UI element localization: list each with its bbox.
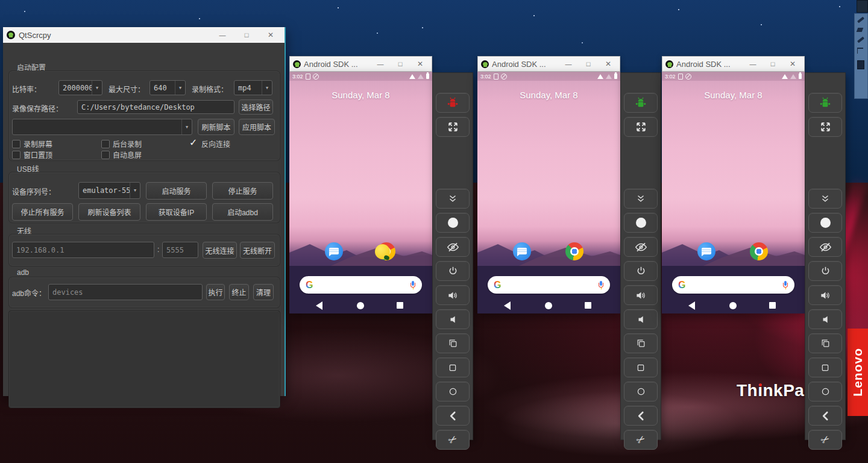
group-control-button[interactable]: [624, 93, 658, 113]
messages-app-icon[interactable]: [513, 242, 531, 260]
marker-icon[interactable]: [857, 37, 864, 43]
record-screen-checkbox[interactable]: 录制屏幕: [12, 139, 52, 149]
max-size-select[interactable]: 640▼: [149, 80, 186, 95]
device-serial-select[interactable]: emulator-5558▼: [78, 182, 140, 199]
google-search-bar[interactable]: G: [488, 276, 610, 294]
microphone-icon[interactable]: [410, 281, 416, 289]
start-service-button[interactable]: 启动服务: [146, 182, 207, 200]
ip-address-input[interactable]: 192.168.0.1: [12, 242, 154, 258]
home-button[interactable]: [436, 382, 470, 402]
microphone-icon[interactable]: [598, 281, 604, 289]
fullscreen-button[interactable]: [436, 117, 470, 137]
power-button[interactable]: [436, 261, 470, 281]
get-device-ip-button[interactable]: 获取设备IP: [146, 203, 207, 221]
minimize-button[interactable]: —: [372, 60, 389, 68]
phone-screen[interactable]: 3:02 Sunday, Mar 8 G: [662, 72, 805, 313]
auto-screen-off-checkbox[interactable]: 自动息屏: [101, 150, 142, 160]
chrome-app-icon[interactable]: [377, 242, 395, 260]
chrome-app-icon[interactable]: [565, 242, 583, 260]
screen-off-button[interactable]: [624, 237, 658, 257]
emulator-titlebar[interactable]: Android SDK ... — □ ✕: [662, 56, 805, 72]
clear-button[interactable]: 清理: [253, 284, 274, 300]
phone-screen[interactable]: 3:02 Sunday, Mar 8 G: [289, 72, 432, 313]
android-home-button[interactable]: [357, 302, 364, 309]
microphone-icon[interactable]: [782, 281, 788, 289]
reverse-connect-checkbox[interactable]: 反向连接: [190, 139, 230, 149]
back-button[interactable]: [624, 406, 658, 426]
maximize-button[interactable]: □: [580, 60, 597, 68]
maximize-button[interactable]: □: [764, 60, 781, 68]
power-button[interactable]: [808, 261, 842, 281]
volume-up-button[interactable]: [436, 285, 470, 305]
app-switch-button[interactable]: [436, 333, 470, 353]
screenshot-button[interactable]: ✂: [624, 430, 658, 450]
maximize-button[interactable]: □: [392, 60, 409, 68]
minimize-button[interactable]: —: [560, 60, 577, 68]
background-record-checkbox[interactable]: 后台录制: [101, 139, 142, 149]
chrome-app-icon[interactable]: [750, 242, 768, 260]
google-search-bar[interactable]: G: [672, 276, 794, 294]
adb-command-input[interactable]: devices: [48, 284, 203, 300]
window-on-top-checkbox[interactable]: 窗口置顶: [12, 150, 52, 160]
android-recents-button[interactable]: [769, 302, 776, 309]
power-button[interactable]: [624, 261, 658, 281]
screen-off-button[interactable]: [808, 237, 842, 257]
close-button[interactable]: ✕: [412, 60, 429, 68]
execute-button[interactable]: 执行: [206, 284, 225, 300]
group-control-button[interactable]: [436, 93, 470, 113]
expand-notifications-button[interactable]: [808, 189, 842, 209]
stop-service-button[interactable]: 停止服务: [212, 182, 273, 200]
color-swatch[interactable]: [857, 60, 864, 69]
group-control-button[interactable]: [808, 93, 842, 113]
touch-button[interactable]: [624, 213, 658, 233]
app-switch-button[interactable]: [808, 333, 842, 353]
phone-screen[interactable]: 3:02 Sunday, Mar 8 G: [477, 72, 620, 313]
fullscreen-button[interactable]: [624, 117, 658, 137]
minimize-button[interactable]: —: [212, 31, 233, 39]
eraser-icon[interactable]: [857, 28, 864, 32]
expand-notifications-button[interactable]: [436, 189, 470, 209]
volume-up-button[interactable]: [624, 285, 658, 305]
menu-button[interactable]: [808, 357, 842, 377]
google-search-bar[interactable]: G: [300, 276, 422, 294]
back-button[interactable]: [436, 406, 470, 426]
fullscreen-button[interactable]: [808, 117, 842, 137]
wireless-disconnect-button[interactable]: 无线断开: [240, 242, 275, 259]
messages-app-icon[interactable]: [697, 242, 715, 260]
back-button[interactable]: [808, 406, 842, 426]
android-back-button[interactable]: [316, 301, 322, 310]
menu-button[interactable]: [624, 357, 658, 377]
maximize-button[interactable]: □: [236, 31, 257, 39]
volume-down-button[interactable]: [808, 309, 842, 329]
touch-button[interactable]: [808, 213, 842, 233]
close-button[interactable]: ✕: [260, 31, 281, 39]
android-recents-button[interactable]: [585, 302, 591, 309]
refresh-device-list-button[interactable]: 刷新设备列表: [78, 203, 140, 221]
emulator-titlebar[interactable]: Android SDK ... — □ ✕: [289, 56, 432, 72]
minimize-button[interactable]: —: [744, 60, 761, 68]
refresh-script-button[interactable]: 刷新脚本: [198, 119, 234, 135]
save-path-input[interactable]: C:/Users/bytedance/Desktop: [77, 100, 234, 114]
android-recents-button[interactable]: [397, 302, 403, 309]
home-button[interactable]: [624, 382, 658, 402]
android-back-button[interactable]: [504, 301, 511, 310]
screenshot-button[interactable]: ✂: [436, 430, 470, 450]
wireless-connect-button[interactable]: 无线连接: [203, 242, 237, 259]
menu-button[interactable]: [436, 357, 470, 377]
bitrate-select[interactable]: 2000000▼: [58, 80, 102, 95]
start-adbd-button[interactable]: 启动adbd: [212, 203, 273, 221]
screen-off-button[interactable]: [436, 237, 470, 257]
script-select[interactable]: ▼: [12, 119, 192, 135]
apply-script-button[interactable]: 应用脚本: [239, 119, 275, 135]
qtscrcpy-titlebar[interactable]: QtScrcpy — □ ✕: [3, 27, 285, 43]
volume-up-button[interactable]: [808, 285, 842, 305]
messages-app-icon[interactable]: [325, 242, 343, 260]
pen-icon[interactable]: [857, 17, 864, 24]
home-button[interactable]: [808, 382, 842, 402]
terminate-button[interactable]: 终止: [229, 284, 249, 300]
choose-path-button[interactable]: 选择路径: [239, 99, 273, 115]
stop-all-services-button[interactable]: 停止所有服务: [12, 203, 73, 221]
annotation-toolbar-chip[interactable]: [857, 0, 868, 13]
app-switch-button[interactable]: [624, 333, 658, 353]
volume-down-button[interactable]: [624, 309, 658, 329]
